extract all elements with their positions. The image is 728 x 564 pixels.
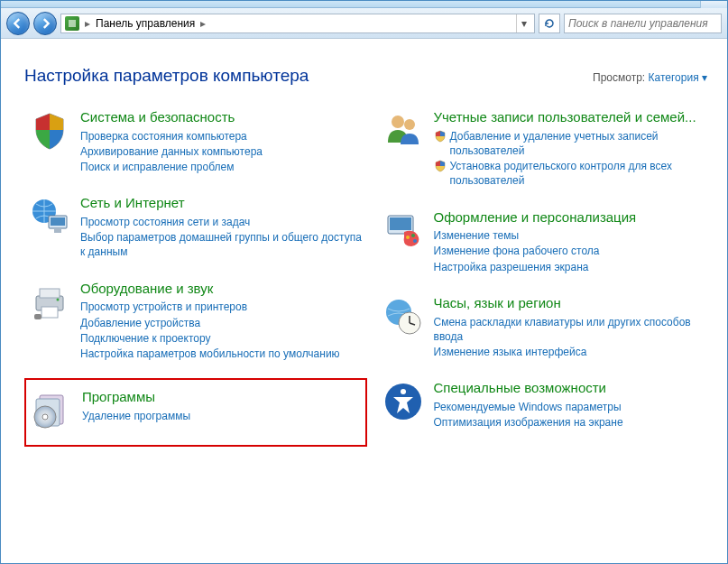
left-column: Система и безопасность Проверка состояни…	[24, 106, 367, 454]
sublink[interactable]: Проверка состояния компьютера	[80, 129, 364, 143]
category-title[interactable]: Программы	[82, 389, 362, 406]
svg-point-13	[42, 414, 48, 420]
svg-rect-4	[54, 229, 61, 233]
back-button[interactable]	[6, 12, 30, 35]
breadcrumb-root[interactable]: Панель управления	[96, 17, 195, 30]
category-title[interactable]: Сеть и Интернет	[80, 195, 364, 212]
view-dropdown[interactable]: Категория ▾	[649, 71, 707, 84]
category-title[interactable]: Специальные возможности	[434, 380, 717, 397]
right-column: Учетные записи пользователей и семей... …	[378, 106, 721, 454]
category-accessibility: Специальные возможности Рекомендуемые Wi…	[378, 376, 721, 434]
svg-point-15	[404, 119, 415, 130]
titlebar	[1, 1, 727, 8]
sublink[interactable]: Изменение языка интерфейса	[434, 345, 717, 359]
globe-monitor-icon	[28, 195, 71, 238]
sublink[interactable]: Рекомендуемые Windows параметры	[434, 400, 717, 414]
breadcrumb-sep: ▸	[83, 17, 92, 30]
control-panel-icon	[65, 16, 79, 31]
sublink[interactable]: Настройка параметров мобильности по умол…	[80, 347, 364, 361]
svg-rect-3	[51, 217, 65, 226]
sublink[interactable]: Поиск и исправление проблем	[80, 160, 364, 174]
refresh-button[interactable]	[539, 14, 560, 33]
category-columns: Система и безопасность Проверка состояни…	[24, 106, 720, 454]
sublink[interactable]: Изменение фона рабочего стола	[434, 244, 717, 258]
sublink[interactable]: Оптимизация изображения на экране	[434, 415, 717, 430]
page-title: Настройка параметров компьютера	[24, 66, 309, 86]
svg-point-20	[413, 239, 417, 243]
sublink[interactable]: Смена раскладки клавиатуры или других сп…	[434, 315, 717, 344]
svg-point-26	[401, 389, 406, 394]
clock-globe-icon	[382, 295, 425, 338]
uac-shield-icon	[434, 160, 447, 172]
sublink[interactable]: Установка родительского контроля для все…	[434, 159, 717, 188]
breadcrumb-sep: ▸	[198, 17, 207, 30]
svg-rect-6	[40, 289, 60, 298]
svg-rect-7	[41, 307, 58, 318]
minimize-button[interactable]	[700, 1, 727, 8]
sublink[interactable]: Настройка разрешения экрана	[434, 260, 717, 274]
category-appearance: Оформление и персонализация Изменение те…	[378, 206, 721, 279]
users-icon	[382, 109, 425, 153]
content-area: Настройка параметров компьютера Просмотр…	[3, 41, 725, 561]
address-dropdown[interactable]: ▾	[516, 14, 530, 32]
sublink[interactable]: Подключение к проектору	[80, 331, 364, 346]
uac-shield-icon	[434, 130, 447, 143]
shield-multicolor-icon	[28, 109, 71, 153]
view-by: Просмотр: Категория ▾	[593, 71, 707, 84]
sublink[interactable]: Выбор параметров домашней группы и общег…	[80, 230, 364, 259]
category-title[interactable]: Оборудование и звук	[80, 281, 364, 298]
header-row: Настройка параметров компьютера Просмотр…	[24, 66, 720, 86]
category-clock-region: Часы, язык и регион Смена раскладки клав…	[378, 291, 721, 364]
sublink[interactable]: Просмотр устройств и принтеров	[80, 300, 364, 314]
control-panel-window: ▸ Панель управления ▸ ▾ Настройка параме…	[0, 0, 728, 564]
navbar: ▸ Панель управления ▸ ▾	[1, 8, 727, 39]
accessibility-icon	[382, 380, 425, 423]
category-title[interactable]: Оформление и персонализация	[434, 209, 717, 227]
printer-icon	[28, 281, 71, 324]
svg-rect-0	[69, 20, 76, 27]
category-programs: Программы Удаление программы	[24, 378, 367, 447]
category-title[interactable]: Учетные записи пользователей и семей...	[434, 109, 717, 126]
programs-disc-icon	[30, 389, 73, 432]
svg-point-14	[392, 116, 404, 128]
sublink[interactable]: Добавление и удаление учетных записей по…	[434, 129, 717, 158]
sublink[interactable]: Архивирование данных компьютера	[80, 144, 364, 159]
sublink[interactable]: Изменение темы	[434, 228, 717, 243]
sublink[interactable]: Удаление программы	[82, 409, 362, 423]
category-hardware: Оборудование и звук Просмотр устройств и…	[24, 277, 367, 366]
sublink[interactable]: Добавление устройства	[80, 316, 364, 330]
svg-point-18	[406, 236, 410, 239]
forward-button[interactable]	[33, 12, 57, 35]
search-input[interactable]	[564, 14, 722, 33]
category-title[interactable]: Система и безопасность	[80, 109, 364, 126]
category-title[interactable]: Часы, язык и регион	[434, 295, 717, 312]
category-users: Учетные записи пользователей и семей... …	[378, 106, 721, 193]
sublink[interactable]: Просмотр состояния сети и задач	[80, 215, 364, 229]
category-network: Сеть и Интернет Просмотр состояния сети …	[24, 191, 367, 264]
address-bar[interactable]: ▸ Панель управления ▸ ▾	[60, 14, 535, 33]
svg-rect-17	[390, 217, 411, 230]
category-system-security: Система и безопасность Проверка состояни…	[24, 106, 367, 179]
svg-point-19	[411, 234, 415, 237]
svg-point-8	[57, 298, 60, 300]
monitor-palette-icon	[382, 209, 425, 253]
svg-rect-9	[34, 314, 41, 319]
